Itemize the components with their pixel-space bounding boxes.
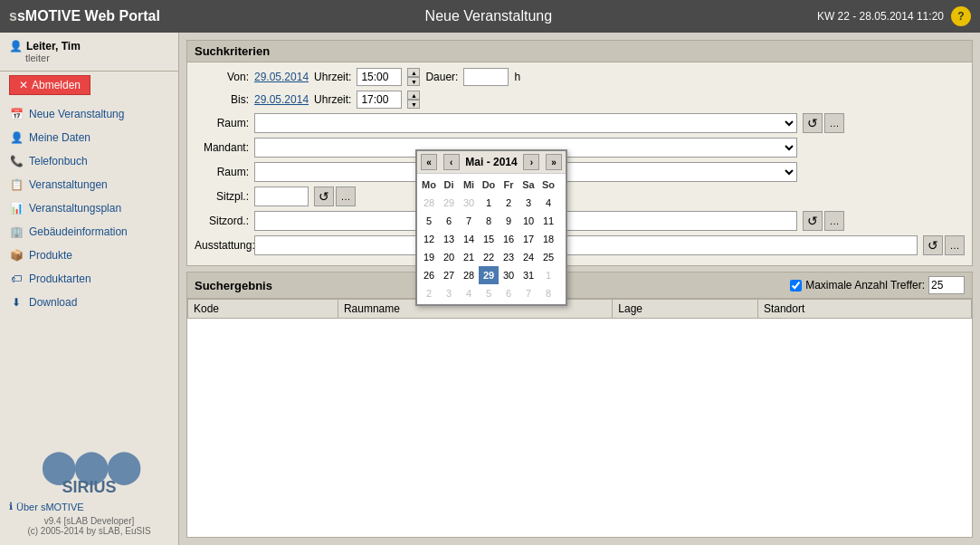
cal-day[interactable]: 14: [459, 230, 479, 248]
col-lage: Lage: [613, 300, 758, 319]
bis-time-up[interactable]: ▲: [407, 91, 420, 100]
sitzpl-reset-btn[interactable]: ↺: [314, 186, 334, 206]
sidebar-item-produkte[interactable]: 📦 Produkte: [0, 244, 178, 267]
von-time-input[interactable]: [357, 68, 402, 86]
cal-day-today[interactable]: 29: [479, 266, 499, 284]
max-hits-label: Maximale Anzahl Treffer:: [805, 279, 925, 292]
search-criteria-panel: Suchkriterien Von: 29.05.2014 Uhrzeit: ▲…: [186, 40, 973, 266]
max-hits-checkbox[interactable]: [790, 280, 802, 292]
cal-day[interactable]: 23: [499, 248, 519, 266]
von-time-up[interactable]: ▲: [407, 68, 420, 77]
cal-day[interactable]: 12: [419, 230, 439, 248]
cal-day[interactable]: 1: [479, 194, 499, 212]
header-right: KW 22 - 28.05.2014 11:20 ?: [817, 6, 971, 26]
sidebar-item-veranstaltungen[interactable]: 📋 Veranstaltungen: [0, 173, 178, 196]
col-standort: Standort: [757, 300, 971, 319]
sidebar-label-veranstaltungsplan: Veranstaltungsplan: [29, 202, 121, 215]
bis-date-link[interactable]: 29.05.2014: [254, 93, 309, 106]
raum-more-btn[interactable]: …: [824, 113, 844, 133]
ausstattung-input[interactable]: [254, 235, 918, 255]
cal-day[interactable]: 25: [538, 248, 558, 266]
dauer-input[interactable]: [463, 68, 509, 86]
sitzord-reset-btn[interactable]: ↺: [803, 211, 823, 231]
cal-day[interactable]: 6: [439, 212, 459, 230]
bis-time-down[interactable]: ▼: [407, 100, 420, 109]
cal-day[interactable]: 24: [519, 248, 538, 266]
sidebar: 👤Leiter, Tim tleiter ✕ Abmelden 📅 Neue V…: [0, 33, 179, 545]
user-login: tleiter: [9, 53, 169, 63]
cal-next-month-btn[interactable]: ›: [523, 154, 539, 170]
about-smotive[interactable]: ℹ Über sMOTIVE: [9, 501, 169, 512]
sidebar-label-download: Download: [29, 296, 77, 309]
cal-day[interactable]: 27: [439, 266, 459, 284]
sitzord-more-btn[interactable]: …: [824, 211, 844, 231]
sirius-logo-text: SIRIUS: [9, 478, 169, 497]
cal-day[interactable]: 10: [519, 212, 538, 230]
cal-day[interactable]: 1: [538, 266, 558, 284]
cal-day[interactable]: 3: [439, 284, 459, 302]
cal-day[interactable]: 4: [538, 194, 558, 212]
cal-prev-year-btn[interactable]: «: [421, 154, 437, 170]
von-time-down[interactable]: ▼: [407, 77, 420, 86]
cal-day[interactable]: 18: [538, 230, 558, 248]
main-content: Suchkriterien Von: 29.05.2014 Uhrzeit: ▲…: [179, 33, 980, 545]
help-button[interactable]: ?: [951, 6, 971, 26]
cal-day[interactable]: 26: [419, 266, 439, 284]
cal-day[interactable]: 19: [419, 248, 439, 266]
raum-select[interactable]: [254, 113, 797, 133]
sitzpl-more-btn[interactable]: …: [336, 186, 356, 206]
cal-day[interactable]: 6: [499, 284, 519, 302]
cal-next-year-btn[interactable]: »: [546, 154, 562, 170]
bis-uhrzeit-label: Uhrzeit:: [314, 93, 351, 106]
ausstattung-more-btn[interactable]: …: [945, 235, 965, 255]
cal-day[interactable]: 11: [538, 212, 558, 230]
header: ssMOTIVE Web Portal Neue Veranstaltung K…: [0, 0, 980, 33]
ausstattung-reset-btn[interactable]: ↺: [923, 235, 943, 255]
cal-day[interactable]: 8: [538, 284, 558, 302]
cal-day[interactable]: 29: [439, 194, 459, 212]
download-icon: ⬇: [9, 295, 24, 310]
raum-label-1: Raum:: [195, 117, 249, 129]
cal-day[interactable]: 7: [519, 284, 538, 302]
sidebar-item-telefonbuch[interactable]: 📞 Telefonbuch: [0, 149, 178, 173]
cal-day[interactable]: 30: [499, 266, 519, 284]
logout-button[interactable]: ✕ Abmelden: [9, 75, 90, 95]
sidebar-item-produktarten[interactable]: 🏷 Produktarten: [0, 267, 178, 291]
sidebar-item-download[interactable]: ⬇ Download: [0, 291, 178, 314]
sidebar-item-veranstaltungsplan[interactable]: 📊 Veranstaltungsplan: [0, 196, 178, 220]
cal-day[interactable]: 28: [419, 194, 439, 212]
cal-day[interactable]: 16: [499, 230, 519, 248]
sidebar-item-neue-veranstaltung[interactable]: 📅 Neue Veranstaltung: [0, 102, 178, 126]
max-hits-input[interactable]: [928, 276, 965, 294]
cal-day[interactable]: 3: [519, 194, 538, 212]
raum-row-2: Raum:: [195, 162, 965, 182]
cal-prev-month-btn[interactable]: ‹: [443, 154, 460, 170]
bis-time-input[interactable]: [357, 91, 402, 109]
cal-day[interactable]: 30: [459, 194, 479, 212]
von-time-spinner: ▲ ▼: [407, 68, 420, 86]
cal-day[interactable]: 28: [459, 266, 479, 284]
cal-day[interactable]: 9: [499, 212, 519, 230]
page-title: Neue Veranstaltung: [425, 8, 553, 24]
cal-day[interactable]: 22: [479, 248, 499, 266]
cal-day[interactable]: 17: [519, 230, 538, 248]
von-date-link[interactable]: 29.05.2014: [254, 71, 309, 83]
cal-day[interactable]: 8: [479, 212, 499, 230]
cal-day[interactable]: 15: [479, 230, 499, 248]
cal-day[interactable]: 20: [439, 248, 459, 266]
cal-day[interactable]: 4: [459, 284, 479, 302]
cal-day[interactable]: 5: [419, 212, 439, 230]
cal-header-do: Do: [479, 176, 499, 194]
raum-reset-btn[interactable]: ↺: [803, 113, 823, 133]
cal-day[interactable]: 21: [459, 248, 479, 266]
sidebar-item-meine-daten[interactable]: 👤 Meine Daten: [0, 126, 178, 149]
cal-day[interactable]: 13: [439, 230, 459, 248]
cal-day[interactable]: 2: [419, 284, 439, 302]
cal-day[interactable]: 5: [479, 284, 499, 302]
produktarten-icon: 🏷: [9, 272, 24, 286]
cal-day[interactable]: 31: [519, 266, 538, 284]
sidebar-item-gebaeudeinformation[interactable]: 🏢 Gebäudeinformation: [0, 220, 178, 244]
cal-day[interactable]: 2: [499, 194, 519, 212]
cal-day[interactable]: 7: [459, 212, 479, 230]
sitzpl-input[interactable]: [254, 186, 309, 206]
